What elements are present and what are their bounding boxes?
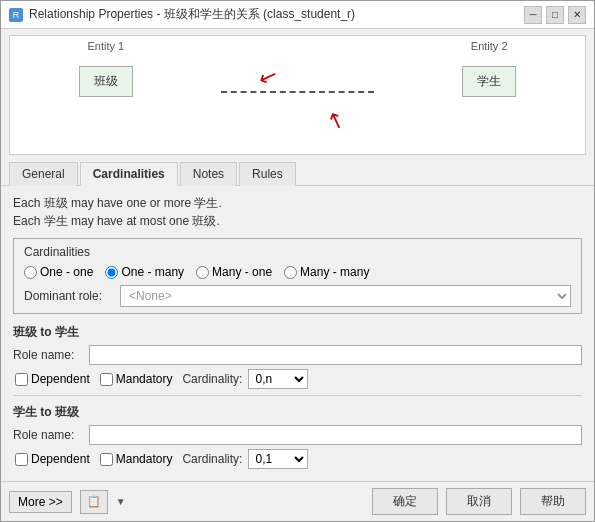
radio-one-one-input[interactable] xyxy=(24,266,37,279)
section-divider xyxy=(13,395,582,396)
radio-many-one[interactable]: Many - one xyxy=(196,265,272,279)
diagram-area: Entity 1 班级 ↗ ↖ Entity 2 学生 xyxy=(9,35,586,155)
apply-button[interactable]: 帮助 xyxy=(520,488,586,515)
section1-cardinality-label: Cardinality: xyxy=(182,372,242,386)
dominant-label: Dominant role: xyxy=(24,289,114,303)
ok-button[interactable]: 确定 xyxy=(372,488,438,515)
section2-checkbox-row: Dependent Mandatory Cardinality: 0,1 xyxy=(13,449,582,469)
section2-role-input[interactable] xyxy=(89,425,582,445)
radio-row: One - one One - many Many - one Many - m… xyxy=(24,265,571,279)
section2-mandatory-label: Mandatory xyxy=(116,452,173,466)
connector-line xyxy=(221,91,374,93)
section2-cardinality-label: Cardinality: xyxy=(182,452,242,466)
description-text: Each 班级 may have one or more 学生. Each 学生… xyxy=(13,194,582,230)
cancel-button[interactable]: 取消 xyxy=(446,488,512,515)
title-bar: R Relationship Properties - 班级和学生的关系 (cl… xyxy=(1,1,594,29)
tab-rules[interactable]: Rules xyxy=(239,162,296,186)
description-line2: Each 学生 may have at most one 班级. xyxy=(13,212,582,230)
section2-dependent-label: Dependent xyxy=(31,452,90,466)
section1-mandatory-option[interactable]: Mandatory xyxy=(100,372,173,386)
entity1-label: Entity 1 xyxy=(87,36,124,56)
section1-cardinality-row: Cardinality: 0,n xyxy=(182,369,308,389)
section2-role-label: Role name: xyxy=(13,428,83,442)
section2-mandatory-option[interactable]: Mandatory xyxy=(100,452,173,466)
section2-cardinality-select[interactable]: 0,1 xyxy=(248,449,308,469)
arrow-right-icon: ↖ xyxy=(324,106,350,137)
tab-notes[interactable]: Notes xyxy=(180,162,237,186)
description-line1: Each 班级 may have one or more 学生. xyxy=(13,194,582,212)
dominant-select[interactable]: <None> xyxy=(120,285,571,307)
title-bar-left: R Relationship Properties - 班级和学生的关系 (cl… xyxy=(9,6,355,23)
section1-mandatory-label: Mandatory xyxy=(116,372,173,386)
entity2-box: 学生 xyxy=(462,66,516,97)
radio-one-many-input[interactable] xyxy=(105,266,118,279)
section1-dependent-checkbox[interactable] xyxy=(15,373,28,386)
bottom-bar: More >> 📋 ▼ 确定 取消 帮助 xyxy=(1,481,594,521)
close-button[interactable]: ✕ xyxy=(568,6,586,24)
section2-dependent-option[interactable]: Dependent xyxy=(15,452,90,466)
section1-cardinality-select[interactable]: 0,n xyxy=(248,369,308,389)
section2-dependent-checkbox[interactable] xyxy=(15,453,28,466)
tab-general[interactable]: General xyxy=(9,162,78,186)
section2-cardinality-row: Cardinality: 0,1 xyxy=(182,449,308,469)
dominant-row: Dominant role: <None> xyxy=(24,285,571,307)
cardinalities-title: Cardinalities xyxy=(24,245,571,259)
window-icon: R xyxy=(9,8,23,22)
section1-dependent-option[interactable]: Dependent xyxy=(15,372,90,386)
chevron-down-icon: ▼ xyxy=(116,496,126,507)
entity2-column: Entity 2 学生 xyxy=(393,36,585,97)
diagram-center: ↗ ↖ xyxy=(202,36,394,154)
more-button[interactable]: More >> xyxy=(9,491,72,513)
section2-title: 学生 to 班级 xyxy=(13,404,582,421)
section1-dependent-label: Dependent xyxy=(31,372,90,386)
section2-role-row: Role name: xyxy=(13,425,582,445)
radio-many-one-input[interactable] xyxy=(196,266,209,279)
clipboard-icon: 📋 xyxy=(87,495,101,508)
minimize-button[interactable]: ─ xyxy=(524,6,542,24)
entity2-label: Entity 2 xyxy=(471,36,508,56)
tab-cardinalities[interactable]: Cardinalities xyxy=(80,162,178,186)
window-title: Relationship Properties - 班级和学生的关系 (clas… xyxy=(29,6,355,23)
radio-one-one[interactable]: One - one xyxy=(24,265,93,279)
content-area: Each 班级 may have one or more 学生. Each 学生… xyxy=(1,186,594,481)
cardinalities-group: Cardinalities One - one One - many Many … xyxy=(13,238,582,314)
section1-checkbox-row: Dependent Mandatory Cardinality: 0,n xyxy=(13,369,582,389)
clipboard-icon-button[interactable]: 📋 xyxy=(80,490,108,514)
radio-many-many-input[interactable] xyxy=(284,266,297,279)
section1-mandatory-checkbox[interactable] xyxy=(100,373,113,386)
maximize-button[interactable]: □ xyxy=(546,6,564,24)
main-window: R Relationship Properties - 班级和学生的关系 (cl… xyxy=(0,0,595,522)
arrow-left-icon: ↗ xyxy=(255,62,281,93)
entity1-column: Entity 1 班级 xyxy=(10,36,202,97)
radio-many-many[interactable]: Many - many xyxy=(284,265,369,279)
title-controls: ─ □ ✕ xyxy=(524,6,586,24)
section1-role-input[interactable] xyxy=(89,345,582,365)
radio-one-many[interactable]: One - many xyxy=(105,265,184,279)
section1-title: 班级 to 学生 xyxy=(13,324,582,341)
tabs-bar: General Cardinalities Notes Rules xyxy=(1,161,594,186)
section2-mandatory-checkbox[interactable] xyxy=(100,453,113,466)
section1-role-label: Role name: xyxy=(13,348,83,362)
section1-role-row: Role name: xyxy=(13,345,582,365)
entity1-box: 班级 xyxy=(79,66,133,97)
